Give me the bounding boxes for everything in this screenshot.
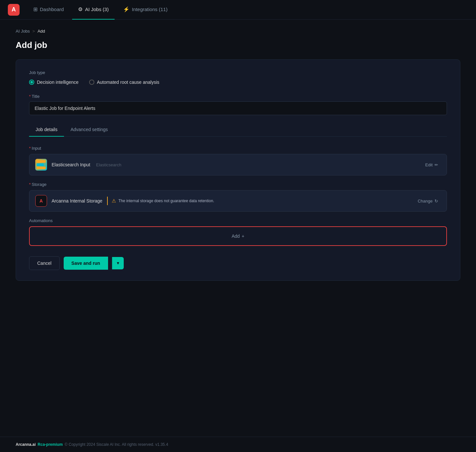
cancel-button[interactable]: Cancel — [29, 256, 60, 270]
input-item-row: Elasticsearch Input Elasticsearch Edit ✏ — [29, 154, 447, 175]
change-storage-button[interactable]: Change ↻ — [415, 197, 441, 205]
change-storage-label: Change — [418, 199, 433, 203]
storage-section-label: *Storage — [29, 182, 447, 187]
save-run-dropdown-button[interactable]: ▼ — [112, 257, 124, 269]
ai-jobs-icon: ⚙ — [78, 6, 83, 12]
storage-warning-box: ⚠ The internal storage does not guarante… — [107, 197, 411, 205]
page-title: Add job — [16, 40, 460, 50]
add-automation-icon: + — [242, 234, 244, 239]
radio-dot-automated-rca — [89, 80, 94, 85]
automations-label: Automations — [29, 218, 447, 223]
nav-item-integrations[interactable]: ⚡ Integrations (11) — [117, 0, 173, 20]
input-item-name: Elasticsearch Input — [52, 162, 90, 167]
nav-label-integrations: Integrations (11) — [132, 7, 167, 12]
dashboard-icon: ⊞ — [33, 6, 38, 12]
nav-item-ai-jobs[interactable]: ⚙ AI Jobs (3) — [72, 0, 115, 20]
nav-item-dashboard[interactable]: ⊞ Dashboard — [27, 0, 70, 20]
change-storage-icon: ↻ — [435, 199, 438, 203]
radio-label-automated-rca: Automated root cause analysis — [97, 80, 159, 85]
edit-input-button[interactable]: Edit ✏ — [423, 161, 441, 169]
storage-item-row: A Arcanna Internal Storage ⚠ The interna… — [29, 190, 447, 212]
top-navigation: A ⊞ Dashboard ⚙ AI Jobs (3) ⚡ Integratio… — [0, 0, 476, 20]
radio-decision-intelligence[interactable]: Decision intelligence — [29, 80, 79, 85]
add-automation-button[interactable]: Add + — [29, 226, 447, 246]
nav-label-ai-jobs: AI Jobs (3) — [85, 7, 109, 12]
add-job-card: Job type Decision intelligence Automated… — [16, 59, 460, 281]
input-section-label: *Input — [29, 146, 447, 151]
breadcrumb-current: Add — [38, 29, 45, 34]
radio-label-decision-intelligence: Decision intelligence — [37, 80, 79, 85]
radio-dot-decision-intelligence — [29, 80, 34, 85]
storage-required-star: * — [29, 182, 31, 187]
input-section: *Input Elasticsearch Input Elasticsearch… — [29, 146, 447, 175]
action-row: Cancel Save and run ▼ — [29, 256, 447, 270]
breadcrumb-parent[interactable]: AI Jobs — [16, 29, 30, 34]
automations-section: Automations Add + — [29, 218, 447, 246]
edit-input-label: Edit — [425, 162, 433, 167]
storage-warning-text: The internal storage does not guarantee … — [119, 199, 214, 203]
arcanna-storage-icon: A — [35, 195, 47, 207]
save-and-run-button[interactable]: Save and run — [64, 257, 108, 270]
title-section: *Title — [29, 94, 447, 115]
footer-accent: Rca-premium — [38, 442, 63, 447]
footer-brand: Arcanna.ai — [16, 442, 36, 447]
logo-badge: A — [8, 4, 20, 16]
radio-automated-rca[interactable]: Automated root cause analysis — [89, 80, 159, 85]
required-star: * — [29, 94, 31, 99]
tab-advanced-settings[interactable]: Advanced settings — [64, 123, 114, 137]
elasticsearch-icon — [35, 159, 47, 171]
warning-icon: ⚠ — [112, 198, 116, 204]
input-item-tag: Elasticsearch — [96, 162, 121, 167]
job-type-row: Decision intelligence Automated root cau… — [29, 80, 447, 85]
input-required-star: * — [29, 146, 31, 151]
storage-section: *Storage A Arcanna Internal Storage ⚠ Th… — [29, 182, 447, 212]
footer: Arcanna.ai Rca-premium © Copyright 2024 … — [0, 437, 476, 452]
add-automation-label: Add — [231, 234, 240, 239]
job-type-label: Job type — [29, 70, 447, 75]
edit-input-icon: ✏ — [435, 162, 438, 167]
nav-label-dashboard: Dashboard — [40, 7, 64, 12]
breadcrumb: AI Jobs > Add — [16, 29, 460, 34]
footer-copyright: © Copyright 2024 Siscale AI Inc. All rig… — [65, 442, 168, 447]
main-content: AI Jobs > Add Add job Job type Decision … — [0, 20, 476, 437]
breadcrumb-separator: > — [32, 29, 35, 34]
tabs-row: Job details Advanced settings — [29, 123, 447, 137]
integrations-icon: ⚡ — [123, 6, 130, 12]
storage-item-name: Arcanna Internal Storage — [52, 198, 103, 203]
tab-job-details[interactable]: Job details — [29, 123, 64, 137]
title-field-label: *Title — [29, 94, 447, 99]
title-input[interactable] — [29, 101, 447, 115]
